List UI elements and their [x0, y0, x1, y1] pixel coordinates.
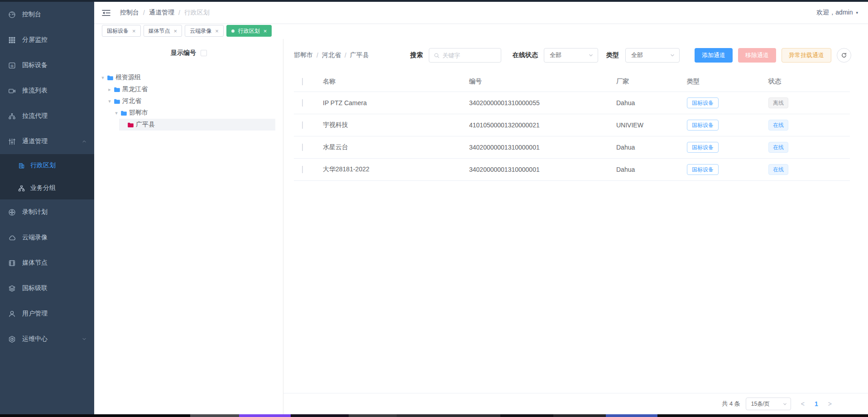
content: 显示编号 ▾根资源组▸黑龙江省▾河北省▾邯郸市广平县 邯郸市/河北省/广平县 搜… — [94, 39, 868, 414]
type-badge: 国标设备 — [687, 97, 719, 108]
gb-device-icon: G — [8, 62, 16, 69]
sidebar-submenu: 行政区划业务分组 — [0, 154, 94, 199]
region-breadcrumb-item: 广平县 — [350, 51, 369, 59]
add-channel-button[interactable]: 添加通道 — [695, 48, 733, 63]
tree-node-label: 根资源组 — [115, 73, 141, 82]
refresh-button[interactable] — [837, 48, 851, 63]
breadcrumb-item[interactable]: 通道管理 — [149, 9, 174, 17]
region-breadcrumb-item: 河北省 — [322, 51, 341, 59]
sidebar-item-business-group[interactable]: 业务分组 — [0, 177, 94, 199]
cell-code: 34020000001310000001 — [458, 166, 605, 173]
sidebar-item-ops-center[interactable]: 运维中心 — [0, 326, 94, 352]
row-checkbox[interactable] — [302, 121, 303, 129]
sidebar-item-console[interactable]: 控制台 — [0, 2, 94, 27]
layers-icon — [8, 285, 16, 292]
pagination: 共 4 条 15条/页 < 1 > — [283, 393, 868, 414]
sidebar-item-label: 运维中心 — [22, 335, 48, 343]
cell-code: 41010500001320000021 — [458, 121, 605, 129]
online-status-select[interactable]: 全部 — [544, 48, 598, 63]
sidebar-item-pull-proxy[interactable]: 拉流代理 — [0, 103, 94, 129]
caret-down-icon[interactable]: ▾ — [112, 110, 120, 116]
breadcrumb-item[interactable]: 控制台 — [120, 9, 139, 17]
tab-close-icon[interactable]: × — [215, 28, 219, 34]
prev-page-button[interactable]: < — [801, 400, 805, 407]
show-number-label: 显示编号 — [171, 49, 196, 57]
folder-blue-icon — [107, 75, 114, 81]
tab-admin-division[interactable]: 行政区划× — [226, 25, 272, 37]
welcome-text: 欢迎，admin — [816, 9, 853, 17]
sidebar-item-user-mgmt[interactable]: 用户管理 — [0, 301, 94, 326]
caret-down-icon[interactable]: ▾ — [99, 75, 107, 81]
type-badge: 国标设备 — [687, 120, 719, 131]
breadcrumb-separator: / — [345, 52, 346, 59]
sidebar-item-gb-cascade[interactable]: 国标级联 — [0, 276, 94, 301]
tab-close-icon[interactable]: × — [174, 28, 177, 34]
cell-name: 大华28181-2022 — [312, 165, 458, 174]
sidebar-item-label: 媒体节点 — [22, 259, 48, 267]
row-checkbox[interactable] — [302, 99, 303, 107]
sidebar-item-channel-mgmt[interactable]: 通道管理 — [0, 129, 94, 154]
toolbar: 邯郸市/河北省/广平县 搜索 在线状态 全部 类型 全部 — [283, 39, 868, 72]
row-checkbox-cell — [294, 166, 312, 173]
abnormal-mount-button[interactable]: 异常挂载通道 — [782, 48, 831, 63]
tab-cloud-record[interactable]: 云端录像× — [185, 25, 224, 37]
active-tab-dot — [231, 29, 235, 33]
cell-type: 国标设备 — [676, 164, 758, 175]
sidebar-item-split-monitor[interactable]: 分屏监控 — [0, 27, 94, 53]
tree-node[interactable]: 广平县 — [119, 119, 275, 131]
sidebar-item-admin-division[interactable]: 行政区划 — [0, 154, 94, 177]
online-status-label: 在线状态 — [513, 51, 538, 59]
sidebar-item-cloud-record[interactable]: 云端录像 — [0, 225, 94, 250]
tab-close-icon[interactable]: × — [132, 28, 136, 34]
sidebar-item-media-node[interactable]: 媒体节点 — [0, 250, 94, 276]
header-checkbox-cell — [294, 78, 312, 85]
sidebar-item-gb-device[interactable]: G国标设备 — [0, 53, 94, 78]
sidebar-item-push-list[interactable]: 推流列表 — [0, 78, 94, 103]
sidebar-item-label: 行政区划 — [30, 161, 56, 170]
cell-name: IP PTZ Camera — [312, 99, 458, 107]
chevron-down-icon — [588, 53, 594, 58]
tree-node[interactable]: ▸黑龙江省 — [106, 83, 275, 95]
grid-icon — [8, 36, 16, 44]
row-checkbox[interactable] — [302, 166, 303, 173]
select-all-checkbox[interactable] — [302, 78, 303, 85]
tree-node[interactable]: ▾邯郸市 — [112, 107, 275, 119]
user-menu[interactable]: 欢迎，admin ▾ — [816, 9, 858, 17]
breadcrumb-item: 行政区划 — [184, 9, 210, 17]
type-select[interactable]: 全部 — [625, 48, 680, 63]
row-checkbox[interactable] — [302, 144, 303, 151]
remove-channel-button[interactable]: 移除通道 — [738, 48, 776, 63]
search-input[interactable] — [442, 52, 496, 59]
tree-node-label: 邯郸市 — [129, 109, 148, 117]
tree-node[interactable]: ▾根资源组 — [99, 72, 275, 83]
page-size-select[interactable]: 15条/页 — [746, 398, 791, 410]
cell-type: 国标设备 — [676, 142, 758, 153]
tab-media-node[interactable]: 媒体节点× — [144, 25, 182, 37]
type-badge: 国标设备 — [687, 164, 719, 175]
folder-blue-icon — [114, 87, 120, 92]
cell-name: 水星云台 — [312, 143, 458, 151]
show-number-row: 显示编号 — [94, 49, 283, 57]
gauge-icon — [8, 11, 16, 19]
caret-right-icon[interactable]: ▸ — [106, 87, 114, 92]
tab-close-icon[interactable]: × — [264, 28, 267, 34]
current-page[interactable]: 1 — [815, 400, 818, 407]
search-label: 搜索 — [410, 51, 423, 59]
sidebar-item-record-plan[interactable]: 录制计划 — [0, 199, 94, 225]
tree-node[interactable]: ▾河北省 — [106, 95, 275, 107]
share-icon — [8, 112, 16, 120]
type-value: 全部 — [631, 51, 643, 59]
cell-type: 国标设备 — [676, 97, 758, 108]
folder-blue-icon — [114, 98, 120, 104]
next-page-button[interactable]: > — [828, 400, 832, 407]
caret-down-icon[interactable]: ▾ — [106, 98, 114, 104]
row-checkbox-cell — [294, 99, 312, 107]
menu-fold-icon[interactable] — [102, 10, 110, 16]
sidebar-menu: 控制台分屏监控G国标设备推流列表拉流代理通道管理行政区划业务分组录制计划云端录像… — [0, 2, 94, 352]
show-number-checkbox[interactable] — [201, 50, 207, 56]
cell-status: 离线 — [758, 97, 850, 108]
chevron-down-icon — [782, 402, 787, 407]
tab-gb-device[interactable]: 国标设备× — [102, 25, 141, 37]
svg-text:G: G — [10, 63, 13, 68]
type-label: 类型 — [606, 51, 619, 59]
